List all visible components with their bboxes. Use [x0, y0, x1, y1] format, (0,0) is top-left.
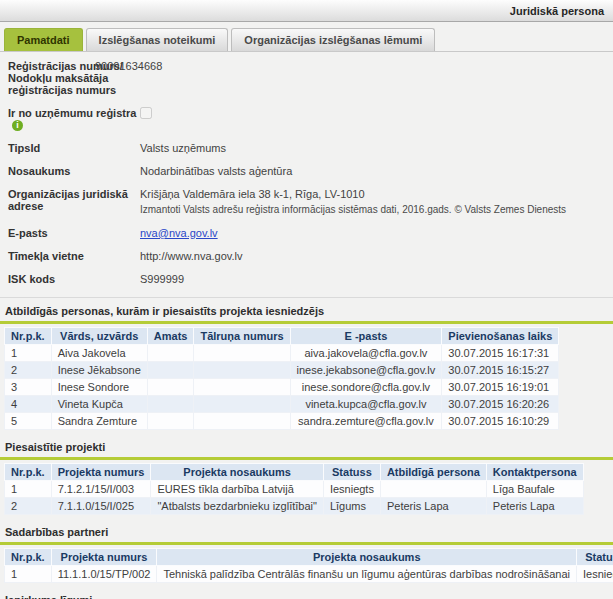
website-value: http://www.nva.gov.lv — [140, 250, 243, 262]
top-bar: Juridiskā persona — [0, 0, 613, 22]
table-cell: Līgums — [323, 498, 380, 515]
column-header: Nr.p.k. — [5, 328, 52, 345]
name-value: Nodarbinātības valsts aģentūra — [140, 165, 292, 177]
table-cell: Līga Baufale — [486, 481, 583, 498]
green-rule — [0, 321, 613, 324]
green-rule — [0, 457, 613, 460]
tab-organizacijas-izslegsanas-lemumi[interactable]: Organizācijas izslēgšanas lēmumi — [231, 28, 435, 51]
table-cell: 4 — [5, 396, 52, 413]
section-linked-projects: Piesaistītie projekti Nr.p.k.Projekta nu… — [0, 434, 613, 515]
registration-number-value: 90001634668 — [95, 60, 162, 96]
table-cell: aiva.jakovela@cfla.gov.lv — [290, 345, 442, 362]
table-cell: inese.jekabsone@cfla.gov.lv — [290, 362, 442, 379]
table-cell: 2 — [5, 362, 52, 379]
table-cell — [147, 396, 194, 413]
section-title-procurement-contracts: Iepirkuma līgumi — [0, 587, 613, 599]
table-row: 5Sandra Zemturesandra.zemture@cfla.gov.l… — [5, 413, 559, 430]
page-title: Juridiskā persona — [510, 5, 604, 17]
table-cell — [380, 481, 486, 498]
form-row-registry: Ir no uzņēmumu reģistra — [8, 107, 605, 131]
tipsid-label: TipsId — [8, 142, 140, 154]
column-header: Nr.p.k. — [5, 464, 52, 481]
tipsid-value: Valsts uzņēmums — [140, 142, 226, 154]
table-cell: Inese Jēkabsone — [51, 362, 147, 379]
tab-pamatdati[interactable]: Pamatdati — [4, 28, 83, 51]
form-row-tipsid: TipsId Valsts uzņēmums — [8, 142, 605, 154]
table-cell: "Atbalsts bezdarbnieku izglītībai" — [151, 498, 323, 515]
registry-checkbox[interactable] — [140, 107, 152, 119]
section-cooperation-partners: Sadarbības partneri Nr.p.k.Projekta numu… — [0, 519, 613, 583]
tab-izslegsanas-noteikumi[interactable]: Izslēgšanas noteikumi — [86, 28, 229, 51]
table-cell: 1 — [5, 566, 52, 583]
table-cell: 11.1.1.0/15/TP/002 — [51, 566, 157, 583]
table-row: 4Vineta Kupčavineta.kupca@cfla.gov.lv30.… — [5, 396, 559, 413]
info-icon — [12, 120, 23, 131]
name-label: Nosaukums — [8, 165, 140, 177]
column-header: Projekta nosaukums — [151, 464, 323, 481]
registry-value — [140, 107, 152, 131]
column-header: Projekta nosaukums — [157, 549, 577, 566]
table-cell: 2 — [5, 498, 52, 515]
table-cell: Iesniegts — [323, 481, 380, 498]
table-cell — [194, 379, 290, 396]
table-cell — [194, 396, 290, 413]
table-cell: 1 — [5, 345, 52, 362]
table-row: 1Aiva Jakovelaaiva.jakovela@cfla.gov.lv3… — [5, 345, 559, 362]
table-row: 2Inese Jēkabsoneinese.jekabsone@cfla.gov… — [5, 362, 559, 379]
column-header: Nr.p.k. — [5, 549, 52, 566]
email-link[interactable]: nva@nva.gov.lv — [140, 227, 218, 239]
table-cell: Vineta Kupča — [51, 396, 147, 413]
column-header: Projekta numurs — [51, 549, 157, 566]
table-cell — [194, 362, 290, 379]
responsible-persons-table: Nr.p.k.Vārds, uzvārdsAmatsTālruņa numurs… — [4, 327, 559, 430]
table-cell: 30.07.2015 16:20:26 — [442, 396, 559, 413]
table-cell: 1 — [5, 481, 52, 498]
table-cell: 30.07.2015 16:15:27 — [442, 362, 559, 379]
table-cell: 30.07.2015 16:10:29 — [442, 413, 559, 430]
column-header: Statuss — [577, 549, 613, 566]
column-header: Statuss — [323, 464, 380, 481]
table-row: 3Inese Sondoreinese.sondore@cfla.gov.lv3… — [5, 379, 559, 396]
form-row-address: Organizācijas juridiskā adrese Krišjāņa … — [8, 188, 605, 216]
cooperation-partners-table: Nr.p.k.Projekta numursProjekta nosaukums… — [4, 548, 613, 583]
table-cell — [147, 413, 194, 430]
registry-label: Ir no uzņēmumu reģistra — [8, 107, 140, 131]
column-header: Projekta numurs — [51, 464, 151, 481]
column-header: Pievienošanas laiks — [442, 328, 559, 345]
section-title-linked-projects: Piesaistītie projekti — [0, 434, 613, 457]
column-header: E -pasts — [290, 328, 442, 345]
form-row-email: E-pasts nva@nva.gov.lv — [8, 227, 605, 239]
table-cell: 5 — [5, 413, 52, 430]
table-cell: Peteris Lapa — [486, 498, 583, 515]
green-rule — [0, 542, 613, 545]
table-cell: Peteris Lapa — [380, 498, 486, 515]
address-label: Organizācijas juridiskā adrese — [8, 188, 140, 216]
table-cell: Tehniskā palīdzība Centrālās finanšu un … — [157, 566, 577, 583]
basic-data-form: Reģistrācijas numurs/ Nodokļu maksātāja … — [0, 52, 613, 297]
column-header: Vārds, uzvārds — [51, 328, 147, 345]
email-label: E-pasts — [8, 227, 140, 239]
table-cell: Sandra Zemture — [51, 413, 147, 430]
table-header-row: Nr.p.k.Vārds, uzvārdsAmatsTālruņa numurs… — [5, 328, 559, 345]
table-row: 17.1.2.1/15/I/003EURES tīkla darbība Lat… — [5, 481, 584, 498]
table-row: 27.1.1.0/15/I/025"Atbalsts bezdarbnieku … — [5, 498, 584, 515]
table-cell: EURES tīkla darbība Latvijā — [151, 481, 323, 498]
column-header: Tālruņa numurs — [194, 328, 290, 345]
address-source-note: Izmantoti Valsts adrešu reģistra informā… — [140, 204, 566, 216]
section-title-cooperation-partners: Sadarbības partneri — [0, 519, 613, 542]
section-responsible-persons: Atbildīgās personas, kurām ir piesaistīt… — [0, 298, 613, 430]
table-header-row: Nr.p.k.Projekta numursProjekta nosaukums… — [5, 464, 584, 481]
table-header-row: Nr.p.k.Projekta numursProjekta nosaukums… — [5, 549, 613, 566]
table-cell: 30.07.2015 16:19:01 — [442, 379, 559, 396]
table-cell: 30.07.2015 16:17:31 — [442, 345, 559, 362]
table-cell: Aiva Jakovela — [51, 345, 147, 362]
form-row-isk: ISK kods S999999 — [8, 273, 605, 285]
table-cell: 7.1.1.0/15/I/025 — [51, 498, 151, 515]
table-cell: 3 — [5, 379, 52, 396]
form-row-name: Nosaukums Nodarbinātības valsts aģentūra — [8, 165, 605, 177]
website-label: Tīmekļa vietne — [8, 250, 140, 262]
linked-projects-table: Nr.p.k.Projekta numursProjekta nosaukums… — [4, 463, 584, 515]
isk-label: ISK kods — [8, 273, 140, 285]
column-header: Amats — [147, 328, 194, 345]
table-cell: sandra.zemture@cfla.gov.lv — [290, 413, 442, 430]
